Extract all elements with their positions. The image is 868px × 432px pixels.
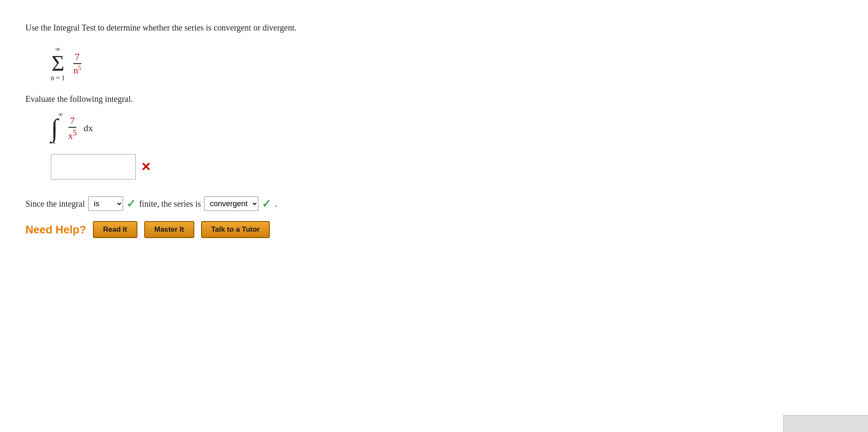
integral-upper: ∞: [59, 111, 63, 118]
since-middle: finite, the series is: [139, 199, 201, 209]
sigma-symbol: Σ: [51, 53, 64, 75]
sentence-period: .: [274, 199, 277, 209]
series-numerator: 7: [73, 51, 81, 64]
series-exponent: 5: [78, 65, 81, 71]
main-content: Use the Integral Test to determine wheth…: [25, 13, 619, 238]
dropdown2-check-icon: ✓: [262, 197, 271, 210]
integral-denominator: x5: [67, 128, 78, 141]
series-math-block: ∞ Σ n = 1 7 n5: [51, 46, 619, 81]
since-row: Since the integral is is not ✓ finite, t…: [25, 196, 619, 211]
sigma-lower-limit: n = 1: [51, 75, 65, 81]
since-prefix: Since the integral: [25, 199, 85, 209]
problem-statement: Use the Integral Test to determine wheth…: [25, 21, 619, 34]
answer-row: ✕: [51, 154, 619, 180]
series-denominator: n5: [72, 64, 83, 76]
integral-symbol: ∫: [51, 118, 58, 138]
need-help-row: Need Help? Read It Master It Talk to a T…: [25, 221, 619, 238]
dropdown1-check-icon: ✓: [126, 197, 136, 210]
answer-input[interactable]: [51, 154, 136, 180]
integral-numerator: 7: [68, 115, 76, 128]
subproblem-label: Evaluate the following integral.: [25, 94, 619, 104]
series-convergent-dropdown[interactable]: convergent divergent: [204, 196, 258, 211]
x-mark-icon: ✕: [141, 160, 151, 174]
integral-notation: ∞ ∫ 1: [51, 111, 63, 146]
dx-text: dx: [84, 123, 93, 134]
master-it-button[interactable]: Master It: [144, 221, 194, 238]
need-help-label: Need Help?: [25, 223, 86, 236]
integral-math-block: ∞ ∫ 1 7 x5 dx: [51, 111, 619, 146]
series-fraction: 7 n5: [72, 51, 83, 76]
integral-fraction: 7 x5: [67, 115, 78, 141]
talk-to-tutor-button[interactable]: Talk to a Tutor: [201, 221, 270, 238]
integral-exponent: 5: [73, 129, 77, 137]
sigma-notation: ∞ Σ n = 1: [51, 46, 65, 81]
integral-is-dropdown[interactable]: is is not: [88, 196, 123, 211]
read-it-button[interactable]: Read It: [93, 221, 137, 238]
bottom-right-panel: [783, 415, 868, 432]
